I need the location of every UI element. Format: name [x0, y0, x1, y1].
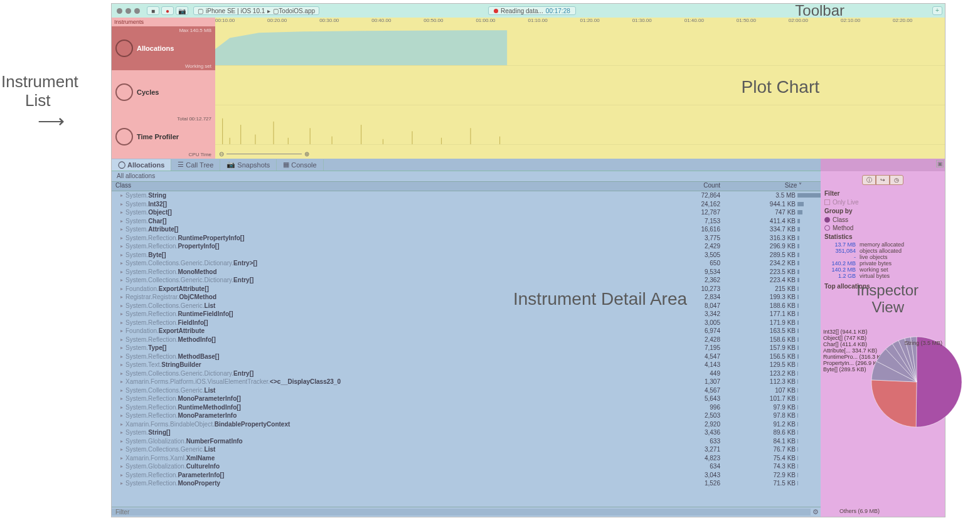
table-row[interactable]: ▸ System.Object[] 12,787 747 KB: [112, 208, 821, 217]
table-row[interactable]: ▸ System.Reflection.RuntimePropertyInfo[…: [112, 234, 821, 243]
table-row[interactable]: ▸ Xamarin.Forms.Platform.iOS.VisualEleme…: [112, 378, 821, 386]
filter-input[interactable]: [112, 509, 811, 515]
disclosure-icon[interactable]: ▸: [120, 413, 125, 418]
disclosure-icon[interactable]: ▸: [120, 320, 125, 325]
inspector-clock-icon[interactable]: ◷: [890, 175, 903, 185]
disclosure-icon[interactable]: ▸: [120, 235, 125, 241]
table-row[interactable]: ▸ System.Attribute[] 16,616 334.7 KB: [112, 225, 821, 234]
record-button[interactable]: ●: [161, 6, 174, 15]
disclosure-icon[interactable]: ▸: [120, 371, 125, 376]
window-controls[interactable]: [117, 8, 140, 14]
disclosure-icon[interactable]: ▸: [120, 421, 125, 427]
disclosure-icon[interactable]: ▸: [120, 193, 125, 198]
table-row[interactable]: ▸ System.Globalization.NumberFormatInfo …: [112, 437, 821, 446]
table-row[interactable]: ▸ System.Collections.Generic.Dictionary.…: [112, 259, 821, 268]
tab-console[interactable]: ▦Console: [277, 159, 323, 171]
disclosure-icon[interactable]: ▸: [120, 438, 125, 444]
disclosure-icon[interactable]: ▸: [120, 354, 125, 359]
tab-call-tree[interactable]: ☰Call Tree: [171, 159, 220, 171]
disclosure-icon[interactable]: ▸: [120, 480, 125, 486]
tab-snapshots[interactable]: 📷Snapshots: [220, 159, 277, 171]
disclosure-icon[interactable]: ▸: [120, 328, 125, 334]
zoom-icon[interactable]: [134, 8, 140, 14]
disclosure-icon[interactable]: ▸: [120, 337, 125, 342]
table-row[interactable]: ▸ System.Reflection.ParameterInfo[] 3,04…: [112, 471, 821, 480]
disclosure-icon[interactable]: ▸: [120, 286, 125, 292]
table-row[interactable]: ▸ System.Globalization.CultureInfo 634 7…: [112, 462, 821, 471]
minimize-icon[interactable]: [125, 8, 131, 14]
disclosure-icon[interactable]: ▸: [120, 455, 125, 461]
zoom-controls[interactable]: ⊖ ⊕: [219, 151, 309, 157]
table-row[interactable]: ▸ System.Int32[] 24,162 944.1 KB: [112, 200, 821, 209]
table-row[interactable]: ▸ System.Byte[] 3,505 289.5 KB: [112, 251, 821, 260]
header-count[interactable]: Count: [645, 182, 727, 191]
table-row[interactable]: ▸ System.Reflection.MonoMethod 9,534 223…: [112, 268, 821, 277]
add-instrument-button[interactable]: +: [932, 6, 942, 15]
cycles-track[interactable]: [215, 66, 945, 105]
profiler-track[interactable]: [215, 105, 945, 145]
disclosure-icon[interactable]: ▸: [120, 311, 125, 317]
disclosure-icon[interactable]: ▸: [120, 388, 125, 393]
table-row[interactable]: ▸ System.Text.StringBuilder 4,143 129.5 …: [112, 361, 821, 369]
table-row[interactable]: ▸ System.Reflection.MonoProperty 1,526 7…: [112, 479, 821, 488]
table-row[interactable]: ▸ System.Reflection.RuntimeMethodInfo[] …: [112, 403, 821, 412]
table-row[interactable]: ▸ System.Collections.Generic.List 3,271 …: [112, 445, 821, 454]
disclosure-icon[interactable]: ▸: [120, 404, 125, 410]
table-row[interactable]: ▸ System.String[] 3,436 89.6 KB: [112, 428, 821, 437]
table-row[interactable]: ▸ System.Reflection.PropertyInfo[] 2,429…: [112, 242, 821, 251]
table-row[interactable]: ▸ System.Type[] 7,195 157.9 KB: [112, 344, 821, 352]
groupby-class[interactable]: Class: [821, 216, 945, 224]
table-row[interactable]: ▸ System.String 72,864 3.5 MB: [112, 191, 821, 200]
disclosure-icon[interactable]: ▸: [120, 243, 125, 249]
disclosure-icon[interactable]: ▸: [120, 294, 125, 300]
close-icon[interactable]: [117, 8, 122, 14]
disclosure-icon[interactable]: ▸: [120, 447, 125, 452]
table-row[interactable]: ▸ System.Collections.Generic.Dictionary.…: [112, 276, 821, 285]
inspector-info-icon[interactable]: ⓘ: [862, 175, 876, 185]
disclosure-icon[interactable]: ▸: [120, 226, 125, 232]
disclosure-icon[interactable]: ▸: [120, 269, 125, 275]
disclosure-icon[interactable]: ▸: [120, 430, 125, 435]
table-row[interactable]: ▸ System.Collections.Generic.List 4,567 …: [112, 386, 821, 395]
settings-icon[interactable]: ⚙: [811, 508, 821, 516]
table-row[interactable]: ▸ System.Reflection.FieldInfo[] 3,005 17…: [112, 319, 821, 327]
disclosure-icon[interactable]: ▸: [120, 201, 125, 207]
header-size[interactable]: Size ˅: [727, 182, 821, 191]
table-row[interactable]: ▸ Foundation.ExportAttribute 6,974 163.5…: [112, 327, 821, 336]
instrument-time-profiler[interactable]: Time Profiler Total 00:12.727 CPU Time: [112, 115, 215, 159]
instrument-cycles[interactable]: Cycles: [112, 70, 215, 114]
stop-button[interactable]: ■: [147, 6, 159, 15]
disclosure-icon[interactable]: ▸: [120, 260, 125, 266]
disclosure-icon[interactable]: ▸: [120, 379, 125, 384]
disclosure-icon[interactable]: ▸: [120, 362, 125, 367]
expand-inspector-icon[interactable]: ▣: [936, 160, 944, 167]
zoom-out-icon[interactable]: ⊖: [219, 151, 224, 157]
table-row[interactable]: ▸ System.Reflection.MonoParameterInfo[] …: [112, 394, 821, 403]
table-row[interactable]: ▸ System.Collections.Generic.Dictionary.…: [112, 369, 821, 378]
table-row[interactable]: ▸ Xamarin.Forms.Xaml.XmlName 4,823 75.4 …: [112, 454, 821, 463]
disclosure-icon[interactable]: ▸: [120, 209, 125, 215]
disclosure-icon[interactable]: ▸: [120, 396, 125, 401]
table-row[interactable]: ▸ System.Reflection.RuntimeFieldInfo[] 3…: [112, 310, 821, 319]
table-row[interactable]: ▸ Xamarin.Forms.BindableObject.BindableP…: [112, 420, 821, 429]
disclosure-icon[interactable]: ▸: [120, 252, 125, 258]
disclosure-icon[interactable]: ▸: [120, 472, 125, 478]
disclosure-icon[interactable]: ▸: [120, 463, 125, 469]
target-selector[interactable]: ▢ iPhone SE | iOS 10.1 ▸ ▢ TodoiOS.app: [193, 6, 319, 15]
groupby-method[interactable]: Method: [821, 224, 945, 232]
table-row[interactable]: ▸ System.Reflection.MonoParameterInfo 2,…: [112, 411, 821, 420]
table-row[interactable]: ▸ Foundation.ExportAttribute[] 10,273 21…: [112, 285, 821, 293]
header-class[interactable]: Class: [112, 182, 645, 191]
inspector-forward-icon[interactable]: ↪: [876, 175, 890, 185]
disclosure-icon[interactable]: ▸: [120, 218, 125, 224]
disclosure-icon[interactable]: ▸: [120, 277, 125, 283]
disclosure-icon[interactable]: ▸: [120, 345, 125, 351]
table-row[interactable]: ▸ System.Reflection.MethodInfo[] 2,428 1…: [112, 336, 821, 344]
table-row[interactable]: ▸ Registrar.Registrar.ObjCMethod 2,834 1…: [112, 293, 821, 302]
disclosure-icon[interactable]: ▸: [120, 303, 125, 309]
detail-scope[interactable]: All allocations: [112, 171, 821, 181]
only-live-checkbox[interactable]: Only Live: [821, 198, 945, 206]
table-row[interactable]: ▸ System.Char[] 7,153 411.4 KB: [112, 217, 821, 226]
zoom-in-icon[interactable]: ⊕: [304, 151, 309, 157]
table-row[interactable]: ▸ System.Collections.Generic.List 8,047 …: [112, 302, 821, 310]
